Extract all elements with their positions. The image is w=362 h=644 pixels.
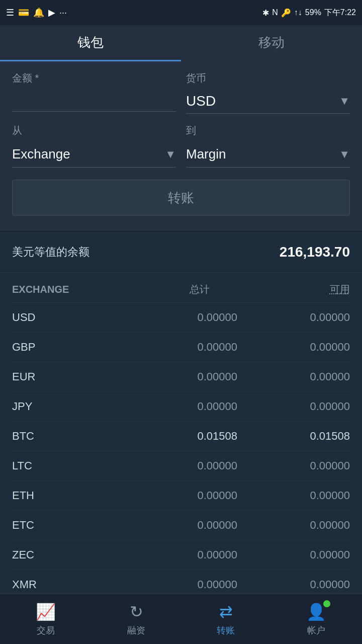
send-icon: ▶	[48, 7, 55, 18]
from-label: 从	[12, 124, 176, 137]
asset-available: 0.00000	[237, 341, 350, 354]
nav-funding[interactable]: ↻ 融资	[127, 602, 145, 636]
wallet-icon: 💳	[18, 7, 29, 18]
balance-row: 美元等值的余额 216,193.70	[12, 244, 350, 260]
nfc-icon: N	[272, 8, 278, 17]
asset-total: 0.00000	[125, 519, 237, 532]
asset-name: ZEC	[12, 548, 125, 561]
currency-select[interactable]: USD ▼	[186, 89, 350, 114]
asset-row: ZEC 0.00000 0.00000	[12, 540, 350, 570]
nav-transfer[interactable]: ⇄ 转账	[217, 602, 235, 636]
tab-move[interactable]: 移动	[181, 25, 362, 61]
asset-available: 0.00000	[237, 548, 350, 561]
amount-group: 金额 *	[12, 71, 176, 114]
asset-row: EUR 0.00000 0.00000	[12, 362, 350, 392]
asset-total: 0.00000	[125, 548, 237, 561]
to-dropdown-arrow: ▼	[339, 148, 350, 161]
asset-available: 0.00000	[237, 459, 350, 472]
account-dot	[323, 600, 330, 607]
asset-list: USD 0.00000 0.00000 GBP 0.00000 0.00000 …	[12, 303, 350, 644]
trading-icon: 📈	[36, 602, 56, 621]
asset-total: 0.00000	[125, 459, 237, 472]
battery-text: 59%	[305, 8, 321, 17]
to-value: Margin	[186, 146, 226, 162]
from-group: 从 Exchange ▼	[12, 124, 176, 168]
tab-wallet[interactable]: 钱包	[0, 25, 181, 61]
currency-value: USD	[186, 93, 216, 109]
nav-account[interactable]: 👤 帐户	[306, 602, 326, 636]
to-group: 到 Margin ▼	[186, 124, 350, 168]
asset-name: BTC	[12, 430, 125, 443]
col-available-header: 可用	[280, 283, 350, 296]
asset-row: BTC 0.01508 0.01508	[12, 422, 350, 451]
currency-label: 货币	[186, 71, 350, 85]
asset-row: LTC 0.00000 0.00000	[12, 451, 350, 481]
col-total-header: 总计	[139, 283, 210, 296]
nav-trading[interactable]: 📈 交易	[36, 602, 56, 636]
asset-total: 0.00000	[125, 489, 237, 502]
currency-group: 货币 USD ▼	[186, 71, 350, 114]
from-value: Exchange	[12, 146, 70, 162]
asset-name: XMR	[12, 578, 125, 591]
asset-total: 0.00000	[125, 311, 237, 324]
asset-name: ETC	[12, 519, 125, 532]
asset-available: 0.00000	[237, 311, 350, 324]
transfer-icon: ⇄	[219, 602, 233, 621]
asset-total: 0.00000	[125, 341, 237, 354]
top-tab-bar: 钱包 移动	[0, 25, 362, 61]
asset-row: ETH 0.00000 0.00000	[12, 481, 350, 511]
status-icons-left: ☰ 💳 🔔 ▶ ···	[6, 7, 67, 18]
currency-dropdown-arrow: ▼	[339, 95, 350, 108]
exchange-section: EXCHANGE 总计 可用 USD 0.00000 0.00000 GBP 0…	[0, 273, 362, 644]
time-display: 下午7:22	[324, 8, 356, 18]
to-label: 到	[186, 124, 350, 137]
asset-name: USD	[12, 311, 125, 324]
bell-icon: 🔔	[33, 7, 44, 18]
asset-name: GBP	[12, 341, 125, 354]
from-to-row: 从 Exchange ▼ 到 Margin ▼	[12, 124, 350, 168]
bottom-nav: 📈 交易 ↻ 融资 ⇄ 转账 👤 帐户	[0, 594, 362, 644]
asset-total: 0.00000	[125, 578, 237, 591]
asset-available: 0.00000	[237, 370, 350, 383]
status-bar: ☰ 💳 🔔 ▶ ··· ✱ N 🔑 ↑↓ 59% 下午7:22	[0, 0, 362, 25]
status-icons-right: ✱ N 🔑 ↑↓ 59% 下午7:22	[262, 8, 356, 18]
asset-available: 0.00000	[237, 519, 350, 532]
to-select[interactable]: Margin ▼	[186, 141, 350, 168]
asset-row: USD 0.00000 0.00000	[12, 303, 350, 333]
asset-name: LTC	[12, 459, 125, 472]
asset-total: 0.01508	[125, 430, 237, 443]
asset-name: ETH	[12, 489, 125, 502]
funding-icon: ↻	[130, 602, 143, 621]
balance-section: 美元等值的余额 216,193.70	[0, 232, 362, 273]
asset-available: 0.01508	[237, 430, 350, 443]
menu-icon: ☰	[6, 7, 14, 18]
dots-icon: ···	[59, 8, 67, 18]
exchange-header: EXCHANGE 总计 可用	[12, 273, 350, 303]
balance-value: 216,193.70	[280, 244, 350, 260]
transfer-form: 金额 * 货币 USD ▼ 从 Exchange ▼ 到	[0, 61, 362, 232]
balance-label: 美元等值的余额	[12, 245, 89, 260]
asset-available: 0.00000	[237, 489, 350, 502]
signal-icon: ↑↓	[294, 8, 302, 17]
transfer-button[interactable]: 转账	[12, 180, 350, 216]
asset-row: GBP 0.00000 0.00000	[12, 333, 350, 362]
amount-input[interactable]	[12, 89, 176, 112]
exchange-title: EXCHANGE	[12, 284, 69, 295]
vpn-icon: 🔑	[281, 8, 291, 18]
bluetooth-icon: ✱	[262, 8, 269, 18]
asset-available: 0.00000	[237, 400, 350, 413]
amount-currency-row: 金额 * 货币 USD ▼	[12, 71, 350, 114]
amount-label: 金额 *	[12, 71, 176, 85]
from-dropdown-arrow: ▼	[165, 148, 176, 161]
asset-name: JPY	[12, 400, 125, 413]
asset-row: ETC 0.00000 0.00000	[12, 511, 350, 540]
asset-row: JPY 0.00000 0.00000	[12, 392, 350, 422]
asset-total: 0.00000	[125, 370, 237, 383]
asset-available: 0.00000	[237, 578, 350, 591]
asset-total: 0.00000	[125, 400, 237, 413]
from-select[interactable]: Exchange ▼	[12, 141, 176, 168]
asset-name: EUR	[12, 370, 125, 383]
